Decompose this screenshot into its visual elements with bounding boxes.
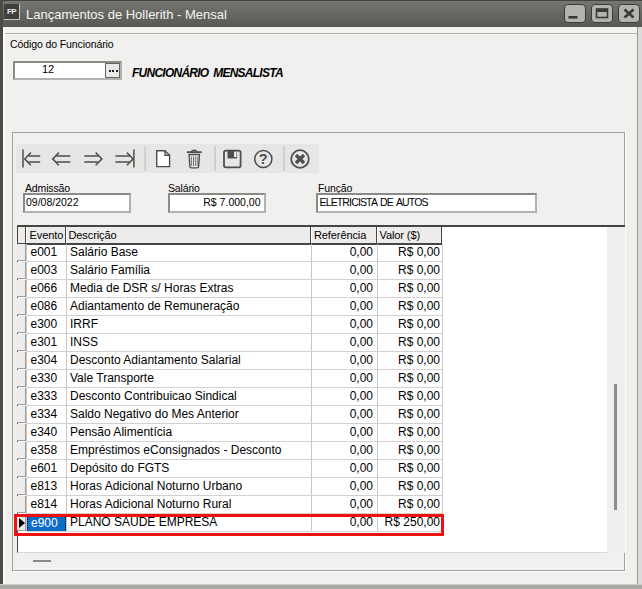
svg-text:?: ? [259, 151, 268, 167]
